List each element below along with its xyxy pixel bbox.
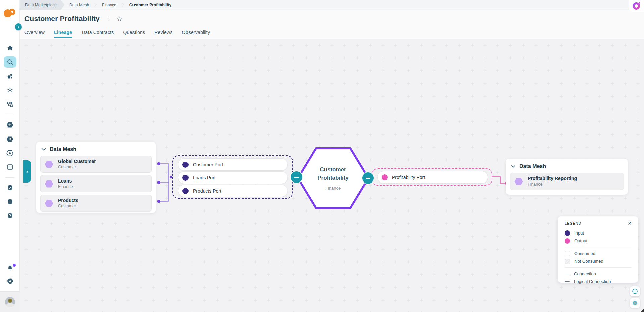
tab-reviews[interactable]: Reviews xyxy=(154,30,172,38)
sidebar-item-catalog[interactable] xyxy=(4,161,16,173)
hexagon-plus-icon xyxy=(6,121,13,128)
resize-handle[interactable] xyxy=(641,309,644,312)
favorite-star-icon[interactable]: ☆ xyxy=(117,16,122,22)
data-product-global-customer[interactable]: Global Customer Customer xyxy=(40,156,152,173)
shield-policy-icon xyxy=(7,198,13,205)
legend-output: Output xyxy=(565,237,632,245)
collapse-inputs-button[interactable] xyxy=(291,171,302,183)
port-label: Customer Port xyxy=(193,162,223,167)
data-product-profitability-reporting[interactable]: Profitability Reporting Finance xyxy=(510,173,624,190)
connection-swatch-icon xyxy=(565,274,570,274)
breadcrumb-data-mesh[interactable]: Data Mesh xyxy=(65,0,94,10)
data-product-loans[interactable]: Loans Finance xyxy=(40,175,152,192)
target-group-header[interactable]: Data Mesh xyxy=(506,159,628,173)
port-products[interactable]: Products Port xyxy=(178,185,288,197)
legend-panel: LEGEND ✕ Input Output Consumed Not Consu… xyxy=(558,216,638,283)
assistant-logo-icon[interactable]: ✦ xyxy=(633,2,640,10)
info-icon xyxy=(632,288,638,294)
breadcrumb-finance[interactable]: Finance xyxy=(97,0,121,10)
legend-title: LEGEND xyxy=(565,221,581,225)
settings-button[interactable] xyxy=(4,276,16,287)
breadcrumb-current: Customer Profitability xyxy=(125,0,176,10)
sidebar-item-audit[interactable] xyxy=(4,210,16,221)
center-view-button[interactable] xyxy=(630,298,640,308)
port-label: Profitability Port xyxy=(392,175,425,180)
output-port-icon xyxy=(382,174,388,180)
sidebar-item-hierarchy[interactable] xyxy=(4,99,16,110)
item-domain: Finance xyxy=(528,181,577,187)
sidebar-item-create[interactable] xyxy=(4,119,16,131)
port-customer[interactable]: Customer Port xyxy=(178,158,288,171)
sidebar-item-business[interactable]: B xyxy=(4,133,16,145)
bell-icon xyxy=(7,265,13,271)
legend-consumed: Consumed xyxy=(565,250,632,257)
user-avatar[interactable] xyxy=(5,297,15,307)
sidebar-item-policies[interactable] xyxy=(4,196,16,207)
port-label: Loans Port xyxy=(193,175,216,180)
app-window: Data Marketplace Data Mesh Finance Custo… xyxy=(0,0,644,312)
bubbles-icon xyxy=(7,73,13,80)
home-icon xyxy=(7,45,13,51)
assistant-tab: ✦ xyxy=(629,0,644,12)
target-group-title: Data Mesh xyxy=(519,163,546,169)
tab-observability[interactable]: Observability xyxy=(182,30,210,38)
breadcrumb-data-marketplace[interactable]: Data Marketplace xyxy=(20,0,65,10)
expand-panel-handle[interactable]: › xyxy=(23,160,31,183)
item-domain: Finance xyxy=(58,184,73,189)
item-domain: Customer xyxy=(58,164,96,170)
target-group-card: Data Mesh Profitability Reporting Financ… xyxy=(506,159,628,195)
port-loans[interactable]: Loans Port xyxy=(178,171,288,184)
search-icon xyxy=(7,59,13,65)
sidebar-item-products-hub[interactable] xyxy=(4,147,16,159)
sidebar-item-search[interactable] xyxy=(4,56,16,68)
output-swatch-icon xyxy=(565,238,570,244)
item-name: Profitability Reporting xyxy=(528,176,577,182)
more-options-icon[interactable]: ⋮ xyxy=(104,15,112,22)
sidebar-item-graph[interactable] xyxy=(4,85,16,96)
chevron-down-icon xyxy=(511,164,515,168)
gear-icon xyxy=(7,278,14,285)
tab-questions[interactable]: Questions xyxy=(123,30,145,38)
lineage-canvas[interactable]: › Data Mesh Global Customer Customer xyxy=(20,39,644,312)
notification-badge xyxy=(13,264,16,267)
hexagon-target-icon xyxy=(6,150,13,157)
legend-not-consumed: Not Consumed xyxy=(565,257,632,265)
sidebar-expand-button[interactable]: › xyxy=(15,23,22,30)
item-name: Products xyxy=(58,198,78,204)
chevron-down-icon xyxy=(42,147,46,151)
catalog-list-icon xyxy=(7,164,13,170)
legend-input: Input xyxy=(565,229,632,237)
output-ports-group: Profitability Port xyxy=(372,168,492,186)
sidebar-item-home[interactable] xyxy=(4,42,16,54)
legend-close-icon[interactable]: ✕ xyxy=(628,221,632,226)
port-profitability[interactable]: Profitability Port xyxy=(377,171,488,184)
sidebar-item-quality[interactable] xyxy=(4,182,16,193)
node-domain: Finance xyxy=(325,186,341,191)
collapse-outputs-button[interactable] xyxy=(362,172,374,184)
port-label: Products Port xyxy=(193,188,221,194)
page-header: Customer Profitability ⋮ ☆ Overview Line… xyxy=(20,10,644,39)
hexagon-b-icon: B xyxy=(6,136,13,143)
notifications-button[interactable] xyxy=(4,262,16,274)
tab-overview[interactable]: Overview xyxy=(24,30,45,38)
consumed-swatch-icon xyxy=(565,251,570,256)
data-product-hexagon-icon xyxy=(45,160,53,169)
app-logo[interactable] xyxy=(4,9,16,18)
shield-search-icon xyxy=(7,212,13,219)
node-customer-profitability[interactable]: Customer Profitability Finance xyxy=(295,146,371,211)
source-group-header[interactable]: Data Mesh xyxy=(36,142,156,156)
input-port-icon xyxy=(182,188,189,194)
sidebar-item-domains[interactable] xyxy=(4,70,16,82)
data-product-hexagon-icon xyxy=(45,199,53,208)
item-name: Loans xyxy=(58,178,73,184)
hierarchy-icon xyxy=(7,101,13,108)
source-group-title: Data Mesh xyxy=(50,146,76,152)
input-port-icon xyxy=(182,175,189,181)
data-product-products[interactable]: Products Customer xyxy=(40,195,152,212)
tab-lineage[interactable]: Lineage xyxy=(54,30,72,38)
sidebar-divider xyxy=(6,177,14,178)
shield-check-icon xyxy=(7,184,13,191)
tab-data-contracts[interactable]: Data Contracts xyxy=(82,30,114,38)
input-ports-group: Customer Port Loans Port Products Port xyxy=(172,155,293,199)
info-button[interactable] xyxy=(630,286,640,296)
